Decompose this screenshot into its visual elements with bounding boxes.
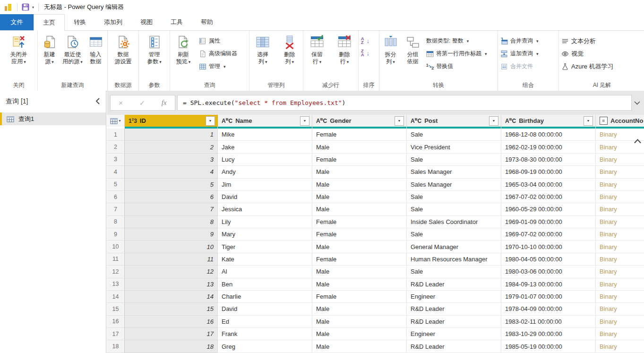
cell-gender[interactable]: Male [312,303,407,315]
row-number[interactable]: 6 [107,191,125,203]
row-number[interactable]: 12 [107,266,125,278]
choose-columns-button[interactable]: 选择 列▾ [249,33,276,80]
cell-name[interactable]: Kate [218,253,312,266]
column-header-birthday[interactable]: ABC Birthday ▾ [501,115,596,127]
cell-gender[interactable]: Male [312,340,407,353]
cell-birthday[interactable]: 1984-09-13 00:00:00 [501,278,596,291]
cell-post[interactable]: Engineer [407,291,501,303]
row-number[interactable]: 3 [107,154,125,166]
recent-sources-button[interactable]: 最近使 用的源▾ [61,33,84,80]
sort-ascending-button[interactable]: AZ ↓ [359,36,379,45]
formula-input[interactable]: = SPL.execute("select * from Employees.t… [177,95,632,111]
row-number[interactable]: 18 [107,340,125,353]
remove-columns-button[interactable]: 删除 列▾ [276,33,303,80]
row-number[interactable]: 15 [107,303,125,315]
cell-birthday[interactable]: 1973-08-30 00:00:00 [501,154,596,166]
use-first-row-as-headers-button[interactable]: 将第一行用作标题 ▾ [424,48,498,59]
expand-formula-bar-icon[interactable] [634,100,641,107]
cell-name[interactable]: Jessica [218,203,312,215]
new-source-button[interactable]: 新建 源▾ [38,33,61,80]
cell-post[interactable]: Sales Manager [407,166,501,178]
group-by-button[interactable]: 分组 依据 [402,33,424,80]
cell-birthday[interactable]: 1965-03-04 00:00:00 [501,179,596,191]
filter-button[interactable]: ▾ [584,116,593,126]
data-type-button[interactable]: 数据类型: 整数 ▾ [424,35,498,46]
cell-birthday[interactable]: 1978-04-09 00:00:00 [501,303,596,315]
cell-accountno[interactable]: Binary [596,328,644,340]
cell-accountno[interactable]: Binary [596,154,644,166]
row-number[interactable]: 11 [107,253,125,266]
row-number[interactable]: 14 [107,291,125,303]
cell-accountno[interactable]: Binary [596,166,644,178]
quick-access-dropdown-icon[interactable]: ▾ [32,5,34,9]
cell-gender[interactable]: Male [312,141,407,153]
cell-birthday[interactable]: 1962-02-19 00:00:00 [501,141,596,153]
cell-id[interactable]: 17 [125,328,218,340]
cell-name[interactable]: Greg [218,340,312,353]
row-number[interactable]: 10 [107,241,125,253]
cell-birthday[interactable]: 1983-10-29 00:00:00 [501,328,596,340]
tab-view[interactable]: 视图 [131,14,162,30]
cell-gender[interactable]: Female [312,154,407,166]
cell-post[interactable]: Engineer [407,328,501,340]
cell-post[interactable]: R&D Leader [407,340,501,353]
row-number[interactable]: 1 [107,129,125,141]
cell-name[interactable]: Andy [218,166,312,178]
cell-post[interactable]: Sale [407,266,501,278]
filter-button[interactable]: ▾ [489,116,498,126]
tab-tools[interactable]: 工具 [162,14,192,30]
cell-id[interactable]: 15 [125,303,218,315]
row-number[interactable]: 8 [107,216,125,228]
cell-id[interactable]: 8 [125,216,218,228]
cell-accountno[interactable]: Binary [596,253,644,266]
filter-button[interactable]: ▾ [300,116,309,126]
row-number[interactable]: 17 [107,328,125,340]
cell-id[interactable]: 5 [125,179,218,191]
row-number[interactable]: 2 [107,141,125,153]
cell-id[interactable]: 9 [125,228,218,241]
cell-name[interactable]: David [218,191,312,203]
manage-parameters-button[interactable]: 管理 参数▾ [139,33,170,80]
cell-gender[interactable]: Female [312,291,407,303]
close-and-apply-button[interactable]: 关闭并 应用▾ [0,33,37,80]
cell-birthday[interactable]: 1970-10-10 00:00:00 [501,241,596,253]
cell-accountno[interactable]: Binary [596,179,644,191]
cell-gender[interactable]: Female [312,216,407,228]
cell-name[interactable]: Lucy [218,154,312,166]
tab-home[interactable]: 主页 [34,14,65,31]
cell-gender[interactable]: Male [312,266,407,278]
row-number[interactable]: 16 [107,316,125,328]
cell-name[interactable]: Jake [218,141,312,153]
cell-gender[interactable]: Male [312,328,407,340]
row-number[interactable]: 4 [107,166,125,178]
cell-birthday[interactable]: 1980-03-06 00:00:00 [501,266,596,278]
cell-name[interactable]: Mike [218,129,312,141]
split-column-button[interactable]: 拆分 列▾ [379,33,402,80]
cell-id[interactable]: 18 [125,340,218,353]
cell-accountno[interactable]: Binary [596,228,644,241]
cell-post[interactable]: Sale [407,154,501,166]
cell-name[interactable]: Mary [218,228,312,241]
cancel-formula-icon[interactable]: × [119,99,123,107]
cell-gender[interactable]: Male [312,278,407,291]
cell-name[interactable]: Al [218,266,312,278]
remove-rows-button[interactable]: 删除 行▾ [331,33,358,80]
column-header-post[interactable]: ABC Post ▾ [407,115,501,127]
cell-gender[interactable]: Male [312,179,407,191]
cell-post[interactable]: Human Resources Manager [407,253,501,266]
manage-button[interactable]: 管理 ▾ [197,61,249,72]
replace-values-button[interactable]: 1↘2 替换值 [424,61,498,72]
cell-accountno[interactable]: Binary [596,316,644,328]
cell-name[interactable]: Ben [218,278,312,291]
row-number[interactable]: 5 [107,179,125,191]
tab-help[interactable]: 帮助 [192,14,222,30]
tab-transform[interactable]: 转换 [65,14,95,30]
cell-birthday[interactable]: 1968-09-19 00:00:00 [501,166,596,178]
text-analytics-button[interactable]: 文本分析 [559,35,644,46]
cell-gender[interactable]: Male [312,241,407,253]
cell-accountno[interactable]: Binary [596,191,644,203]
cell-post[interactable]: Sales Manager [407,179,501,191]
row-number[interactable]: 7 [107,203,125,215]
collapse-pane-icon[interactable] [95,97,100,106]
keep-rows-button[interactable]: 保留 行▾ [303,33,331,80]
